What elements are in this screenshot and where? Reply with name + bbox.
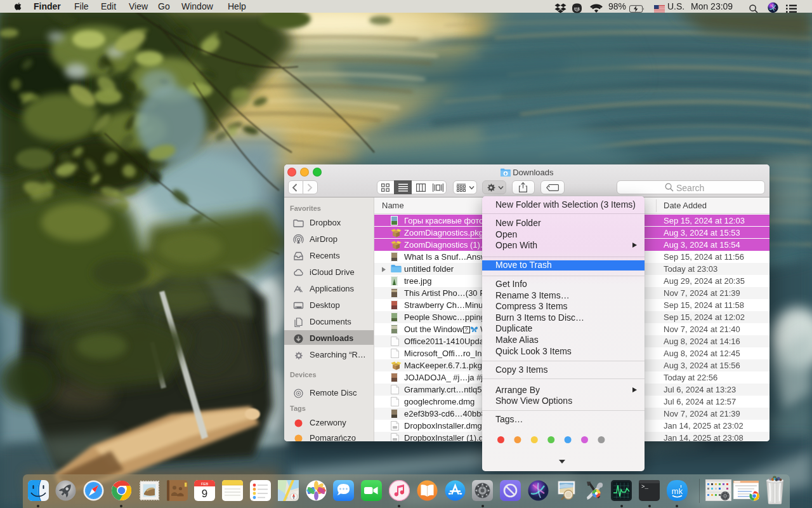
svg-text:FEB: FEB [201,482,209,486]
svg-text:mk: mk [574,6,580,11]
svg-text:>_: >_ [641,484,648,490]
svg-text:9: 9 [202,488,207,500]
